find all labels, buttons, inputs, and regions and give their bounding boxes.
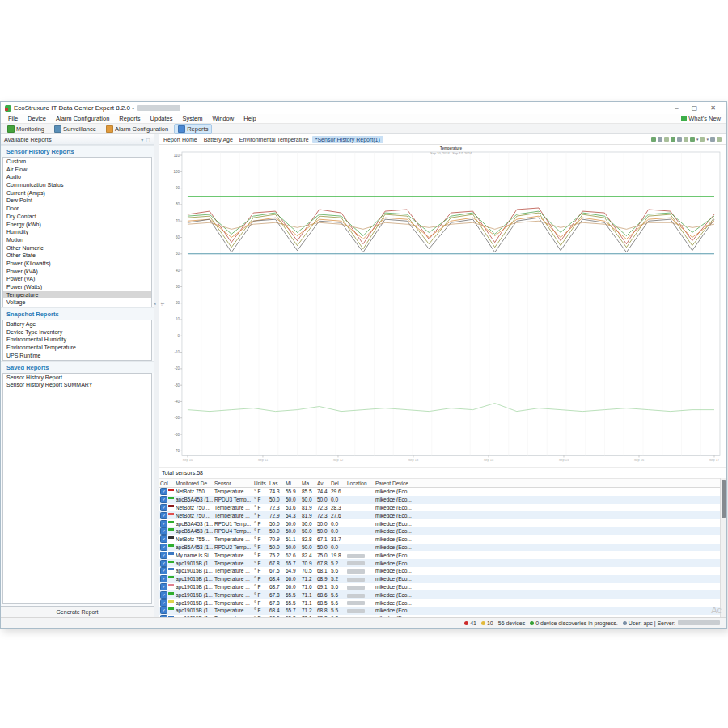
table-scrollbar[interactable]	[720, 478, 726, 617]
collapse-sash-icon[interactable]: ◂	[154, 301, 156, 306]
row-checkbox[interactable]: ✓	[160, 599, 167, 607]
row-checkbox[interactable]: ✓	[160, 560, 167, 567]
row-checkbox[interactable]: ✓	[160, 488, 167, 495]
column-header-ma[interactable]: Ma...	[300, 480, 315, 486]
report-item-other-numeric[interactable]: Other Numeric	[3, 244, 151, 252]
report-item-environmental-temperature[interactable]: Environmental Temperature	[3, 344, 151, 352]
tab-battery-age[interactable]: Battery Age	[201, 136, 236, 143]
column-header-parent-device[interactable]: Parent Device	[374, 480, 720, 486]
row-checkbox[interactable]: ✓	[160, 575, 167, 582]
report-item-ups-runtime[interactable]: UPS Runtime	[3, 352, 151, 360]
refresh-icon[interactable]	[664, 137, 669, 142]
report-item-energy-kwh[interactable]: Energy (kWh)	[3, 221, 151, 229]
column-header-mi[interactable]: Mi...	[284, 480, 300, 486]
minimize-button[interactable]: –	[675, 104, 678, 112]
sensor-row[interactable]: ✓apc19015B (1...Temperature ...° F67.865…	[159, 559, 720, 567]
sensor-row[interactable]: ✓NetBotz 750 ...Temperature ...° F74.355…	[159, 488, 720, 496]
report-item-sensor-history-report-summary[interactable]: Sensor History Report SUMMARY	[3, 381, 151, 389]
column-header-av[interactable]: Av...	[315, 480, 329, 486]
report-item-device-type-inventory[interactable]: Device Type Inventory	[3, 328, 151, 336]
column-header-monitored-de[interactable]: Monitored De...	[174, 480, 213, 486]
layout-icon[interactable]	[700, 137, 705, 142]
tab-sensor-history-report-1[interactable]: *Sensor History Report(1)	[312, 136, 383, 143]
menu-device[interactable]: Device	[23, 115, 51, 122]
row-checkbox[interactable]: ✓	[160, 496, 167, 503]
table-view-icon[interactable]	[651, 137, 656, 142]
row-checkbox[interactable]: ✓	[160, 591, 167, 599]
report-item-dry-contact[interactable]: Dry Contact	[3, 213, 151, 221]
minimize-panel-icon[interactable]: ▾	[141, 137, 143, 142]
report-item-air-flow[interactable]: Air Flow	[3, 166, 151, 174]
maximize-button[interactable]: ▢	[692, 104, 698, 112]
menu-window[interactable]: Window	[208, 115, 239, 122]
report-item-audio[interactable]: Audio	[3, 173, 151, 181]
report-item-communication-status[interactable]: Communication Status	[3, 181, 151, 189]
menu-updates[interactable]: Updates	[146, 115, 178, 122]
help-icon[interactable]	[717, 137, 722, 142]
zoom-out-icon[interactable]	[677, 137, 682, 142]
row-checkbox[interactable]: ✓	[160, 583, 167, 590]
column-header-units[interactable]: Units	[252, 480, 268, 486]
layout-dropdown[interactable]: ▾	[706, 137, 709, 142]
menu-file[interactable]: File	[3, 115, 23, 122]
whats-new-link[interactable]: What's New	[681, 115, 724, 122]
perspective-monitoring[interactable]: Monitoring	[3, 124, 49, 134]
menu-system[interactable]: System	[178, 115, 208, 122]
report-item-power-kilowatts[interactable]: Power (Kilowatts)	[3, 260, 151, 268]
column-header-del[interactable]: Del...	[329, 480, 345, 486]
report-item-power-va[interactable]: Power (VA)	[3, 275, 151, 283]
report-item-sensor-history-report[interactable]: Sensor History Report	[3, 374, 151, 382]
sensor-row[interactable]: ✓apcB5A453 (1...RPDU3 Temp...° F50.050.0…	[159, 496, 720, 504]
report-item-voltage[interactable]: Voltage	[3, 298, 151, 307]
menu-help[interactable]: Help	[239, 115, 260, 122]
perspective-reports[interactable]: Reports	[174, 124, 212, 134]
perspective-surveillance[interactable]: Surveillance	[50, 124, 100, 134]
sensor-row[interactable]: ✓apcB5A453 (1...RPDU2 Temp...° F50.050.0…	[159, 544, 720, 552]
sensor-row[interactable]: ✓NetBotz 750 ...Temperature ...° F72.954…	[159, 511, 720, 519]
close-button[interactable]: ✕	[710, 104, 716, 112]
menu-alarm-configuration[interactable]: Alarm Configuration	[51, 115, 114, 122]
maximize-panel-icon[interactable]: ▢	[146, 137, 150, 142]
column-header-col[interactable]: Col...	[159, 480, 174, 486]
sensor-row[interactable]: ✓apc19015B (1...Temperature ...° F67.564…	[159, 567, 720, 575]
sensor-row[interactable]: ✓apc19015B (1...Temperature ...° F67.865…	[159, 599, 720, 607]
row-checkbox[interactable]: ✓	[160, 512, 167, 519]
sensor-row[interactable]: ✓apc19015B (1...Temperature ...° F67.865…	[159, 590, 720, 599]
row-checkbox[interactable]: ✓	[160, 535, 167, 543]
table-scrollbar-thumb[interactable]	[722, 480, 726, 518]
report-item-custom[interactable]: Custom	[3, 158, 151, 166]
row-checkbox[interactable]: ✓	[160, 607, 167, 614]
generate-report-button[interactable]: Generate Report	[1, 606, 154, 617]
row-checkbox[interactable]: ✓	[160, 520, 167, 527]
export-icon[interactable]	[690, 137, 695, 142]
chart-view-icon[interactable]	[658, 137, 662, 142]
row-checkbox[interactable]: ✓	[160, 527, 167, 535]
sensor-row[interactable]: ✓apcB5A453 (1...RPDU1 Temp...° F50.050.0…	[159, 519, 720, 527]
report-item-humidity[interactable]: Humidity	[3, 228, 151, 236]
sensor-row[interactable]: ✓apc19015B (1...Temperature ...° F68.065…	[159, 615, 720, 617]
report-item-power-watts[interactable]: Power (Watts)	[3, 283, 151, 291]
report-item-dew-point[interactable]: Dew Point	[3, 197, 151, 205]
report-item-motion[interactable]: Motion	[3, 236, 151, 244]
column-header-location[interactable]: Location	[345, 480, 374, 486]
sensor-row[interactable]: ✓apcB5A453 (1...RPDU4 Temp...° F50.050.0…	[159, 527, 720, 535]
print-icon[interactable]	[710, 137, 715, 142]
sensor-row[interactable]: ✓NetBotz 750 ...Temperature ...° F72.353…	[159, 504, 720, 512]
sensor-row[interactable]: ✓My name is Si...Temperature ...° F75.26…	[159, 551, 720, 559]
column-header-sensor[interactable]: Sensor	[213, 480, 252, 486]
sensor-row[interactable]: ✓NetBotz 755 ...Temperature ...° F70.951…	[159, 535, 720, 544]
perspective-alarm-configuration[interactable]: Alarm Configuration	[102, 124, 172, 134]
report-item-environmental-humidity[interactable]: Environmental Humidity	[3, 336, 151, 344]
row-checkbox[interactable]: ✓	[160, 504, 167, 511]
row-checkbox[interactable]: ✓	[160, 615, 167, 617]
tab-report-home[interactable]: Report Home	[160, 136, 201, 143]
column-header-las[interactable]: Las...	[268, 480, 284, 486]
report-item-battery-age[interactable]: Battery Age	[3, 320, 151, 328]
tab-environmental-temperature[interactable]: Environmental Temperature	[236, 136, 312, 143]
sensor-row[interactable]: ✓apc19015B (1...Temperature ...° F68.466…	[159, 575, 720, 583]
export-dropdown[interactable]: ▾	[696, 137, 699, 142]
row-checkbox[interactable]: ✓	[160, 567, 167, 574]
report-item-temperature[interactable]: Temperature	[3, 291, 151, 299]
report-item-current-amps[interactable]: Current (Amps)	[3, 189, 151, 197]
row-checkbox[interactable]: ✓	[160, 552, 167, 559]
